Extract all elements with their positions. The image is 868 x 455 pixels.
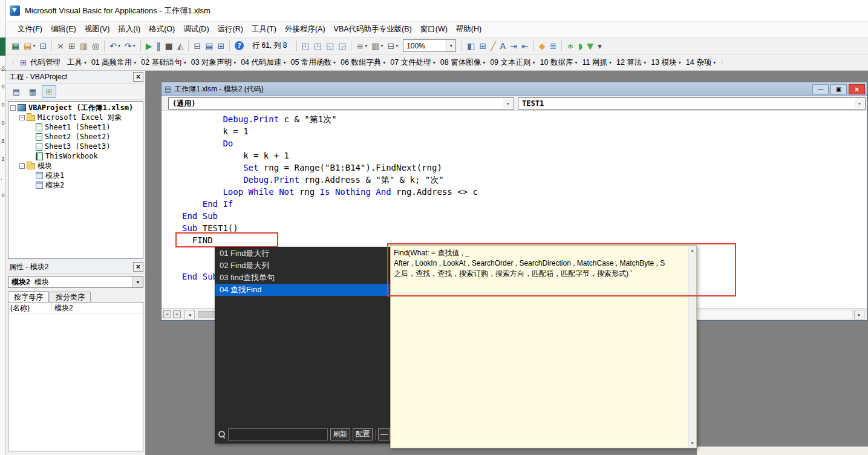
autocomplete-item[interactable]: 02 Find最大列 bbox=[215, 260, 390, 272]
window-cascade-icon[interactable]: ◳ bbox=[312, 39, 324, 53]
overflow-icon[interactable]: ▾ bbox=[596, 39, 604, 53]
paste-icon[interactable]: ▥ bbox=[78, 39, 90, 53]
object-browser-icon[interactable]: ⊞ bbox=[215, 39, 226, 53]
tree-item[interactable]: Sheet1 (Sheet1) bbox=[8, 122, 143, 132]
menu-item[interactable]: 调试(D) bbox=[179, 22, 213, 36]
assistant-menu-item[interactable]: 09 文本正则▾ bbox=[488, 56, 537, 69]
toggle-folders-icon[interactable]: ⊞ bbox=[42, 85, 56, 98]
assistant-menu-item[interactable]: 14 杂项▾ bbox=[684, 56, 717, 69]
save-icon[interactable]: ⊡ bbox=[38, 39, 48, 53]
menu-item[interactable]: 工具(T) bbox=[247, 22, 281, 36]
property-row[interactable]: (名称)模块2 bbox=[8, 303, 143, 313]
filter-icon[interactable]: ▼ bbox=[585, 39, 595, 53]
split-view-icon[interactable]: ≡ bbox=[163, 310, 171, 318]
assistant-menu-item[interactable]: 06 数组字典▾ bbox=[339, 56, 387, 69]
expand-collapse-icon[interactable]: - bbox=[10, 105, 16, 111]
menu-item[interactable]: VBA代码助手专业版(B) bbox=[330, 22, 416, 36]
assistant-menu-item[interactable]: 01 高频常用▾ bbox=[90, 56, 138, 69]
toolbar-grip[interactable]: ⋮ bbox=[10, 59, 16, 67]
redo-icon[interactable]: ↷▾ bbox=[123, 39, 137, 53]
assistant-menu-item[interactable]: 02 基础语句▾ bbox=[139, 56, 188, 69]
magic-icon[interactable]: ∗ bbox=[565, 39, 576, 53]
find-icon[interactable]: ◎ bbox=[90, 39, 101, 53]
menu-item[interactable]: 外接程序(A) bbox=[281, 22, 330, 36]
indent-icon[interactable]: ⇥ bbox=[508, 39, 519, 53]
reset-icon[interactable]: ■ bbox=[163, 39, 174, 53]
refresh-button[interactable]: 刷新 bbox=[330, 428, 350, 440]
restore-icon[interactable]: ▣ bbox=[830, 84, 847, 94]
help-icon[interactable]: ? bbox=[233, 39, 246, 53]
menu-item[interactable]: 格式(O) bbox=[145, 22, 179, 36]
window-arrange-icon[interactable]: ◲ bbox=[336, 39, 348, 53]
code-window-titlebar[interactable]: ▤ 工作簿1.xlsm - 模块2 (代码) — ▣ × bbox=[162, 82, 867, 96]
object-combobox[interactable]: (通用) ▾ bbox=[168, 97, 514, 110]
properties-panel-close-icon[interactable]: × bbox=[133, 262, 143, 272]
run-icon[interactable]: ▶ bbox=[144, 39, 154, 53]
view-excel-icon[interactable]: ▦ bbox=[10, 39, 21, 53]
assistant-menu-item[interactable]: 05 常用函数▾ bbox=[289, 56, 338, 69]
assistant-menu-item[interactable]: 07 文件处理▾ bbox=[388, 56, 437, 69]
menu-item[interactable]: 插入(I) bbox=[114, 22, 145, 36]
view-code-icon[interactable]: ▤ bbox=[9, 85, 24, 98]
menu-item[interactable]: 运行(R) bbox=[214, 22, 247, 36]
properties-window-icon[interactable]: ▤ bbox=[203, 39, 215, 53]
copy-icon[interactable]: ⊞ bbox=[67, 39, 77, 53]
tree-item[interactable]: 模块1 bbox=[8, 171, 143, 180]
autocomplete-item[interactable]: 04 查找Find bbox=[215, 284, 390, 296]
tree-item[interactable]: ThisWorkbook bbox=[8, 151, 143, 161]
outdent-icon[interactable]: ⇤ bbox=[520, 39, 530, 53]
project-panel-close-icon[interactable]: × bbox=[133, 72, 143, 82]
code-manage-label[interactable]: 代码管理 bbox=[30, 57, 60, 68]
sort-text-icon[interactable]: A bbox=[498, 39, 508, 53]
view-object-icon[interactable]: ▦ bbox=[25, 85, 40, 98]
tree-item[interactable]: Sheet3 (Sheet3) bbox=[8, 142, 143, 151]
assistant-menu-item[interactable]: 工具▾ bbox=[65, 56, 88, 69]
full-view-icon[interactable]: ≡ bbox=[173, 310, 181, 318]
draw-line-icon[interactable]: ╱ bbox=[489, 39, 497, 53]
menu-item[interactable]: 窗口(W) bbox=[416, 22, 452, 36]
assistant-menu-item[interactable]: 10 数据库▾ bbox=[538, 56, 579, 69]
minimize-icon[interactable]: — bbox=[812, 84, 829, 94]
procedure-combobox[interactable]: TEST1 ▾ bbox=[518, 97, 866, 110]
close-icon[interactable]: × bbox=[849, 84, 865, 94]
image-list-icon[interactable]: ▥▾ bbox=[370, 39, 385, 53]
border-list-icon[interactable]: ⊟▾ bbox=[385, 39, 400, 53]
scroll-left-icon[interactable]: ◂ bbox=[184, 310, 195, 319]
expand-collapse-icon[interactable]: - bbox=[19, 115, 25, 120]
tree-item[interactable]: -VBAProject (工作簿1.xlsm) bbox=[8, 103, 143, 113]
menu-item[interactable]: 编辑(E) bbox=[47, 22, 80, 36]
tab-categorized[interactable]: 按分类序 bbox=[50, 292, 91, 303]
brush-icon[interactable]: ◗ bbox=[576, 39, 584, 53]
hand-icon[interactable]: ◆ bbox=[537, 39, 547, 53]
tree-item[interactable]: -Microsoft Excel 对象 bbox=[8, 113, 143, 122]
layers-icon[interactable]: ≣ bbox=[547, 39, 558, 53]
menu-item[interactable]: 帮助(H) bbox=[452, 22, 486, 36]
tree-item[interactable]: -模块 bbox=[8, 161, 143, 171]
tree-item[interactable]: Sheet2 (Sheet2) bbox=[8, 132, 143, 142]
screen-split-icon[interactable]: ◧ bbox=[465, 39, 477, 53]
assistant-menu-item[interactable]: 08 窗体图像▾ bbox=[439, 56, 487, 69]
menu-item[interactable]: 文件(F) bbox=[13, 22, 47, 36]
tab-alphabetic[interactable]: 按字母序 bbox=[8, 291, 49, 303]
config-button[interactable]: 配置 bbox=[353, 428, 373, 440]
insert-userform-icon[interactable]: ▤▾ bbox=[22, 39, 37, 53]
assistant-menu-item[interactable]: 12 算法▾ bbox=[615, 56, 648, 69]
toolbar-grip[interactable]: ⋮ bbox=[719, 59, 725, 67]
assistant-menu-item[interactable]: 13 模块▾ bbox=[649, 56, 682, 69]
expand-collapse-icon[interactable]: - bbox=[19, 163, 25, 169]
tree-item[interactable]: 模块2 bbox=[8, 180, 143, 190]
assistant-menu-item[interactable]: 04 代码加速▾ bbox=[239, 56, 287, 69]
autocomplete-item[interactable]: 03 find查找单句 bbox=[215, 272, 390, 284]
scroll-down-icon[interactable]: ▾ bbox=[688, 439, 696, 448]
assistant-menu-item[interactable]: 03 对象声明▾ bbox=[189, 56, 238, 69]
popup-search-input[interactable] bbox=[228, 428, 328, 440]
cut-icon[interactable]: × bbox=[55, 39, 66, 53]
window-split-icon[interactable]: ◱ bbox=[324, 39, 336, 53]
assistant-menu-item[interactable]: 11 网抓▾ bbox=[580, 56, 613, 69]
object-selector-dropdown[interactable]: 模块2 模块 ▾ bbox=[8, 276, 143, 288]
autocomplete-item[interactable]: 01 Find最大行 bbox=[215, 247, 390, 260]
design-mode-icon[interactable]: ◭ bbox=[175, 39, 186, 53]
collapse-button[interactable]: — bbox=[378, 428, 390, 440]
list-format-icon[interactable]: ≡▾ bbox=[354, 39, 369, 53]
project-explorer-icon[interactable]: ⊟ bbox=[192, 39, 203, 53]
